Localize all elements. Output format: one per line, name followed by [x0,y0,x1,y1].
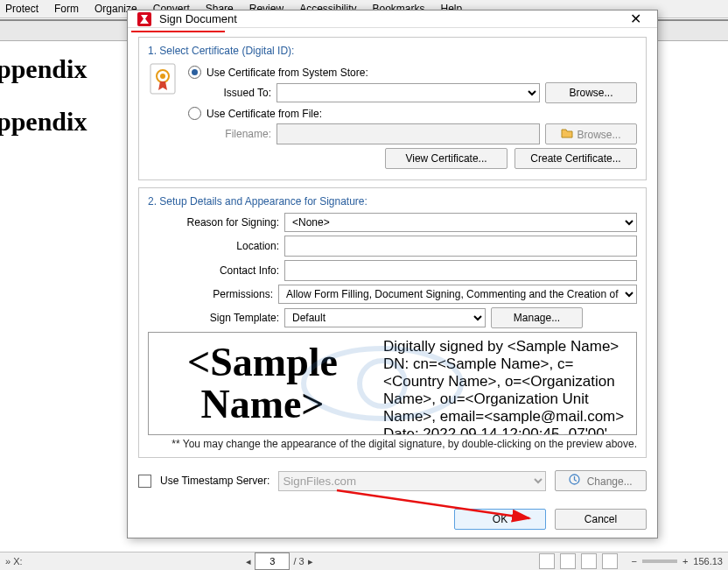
section-details-heading: 2. Setup Details and Appearance for Sign… [148,195,637,208]
layout-icon-3[interactable] [581,553,597,569]
status-bar: » X: ◂ / 3 ▸ − + 156.13 [0,552,728,570]
preview-sample-name: <Sample Name> [149,333,376,434]
radio-system-store[interactable] [188,66,201,79]
view-certificate-button[interactable]: View Certificate... [385,148,508,169]
radio-from-file-label: Use Certificate from File: [206,108,322,120]
certificate-icon [148,62,179,97]
contact-label: Contact Info: [148,264,279,277]
bg-text-1: ppendix [0,54,87,84]
bg-text-2: ppendix [0,107,87,137]
use-timestamp-checkbox[interactable] [138,475,151,488]
section-certificate: 1. Select Certificate (Digital ID): Use … [138,37,647,180]
use-timestamp-label: Use Timestamp Server: [160,475,270,487]
folder-icon [561,128,573,138]
filename-label: Filename: [188,128,271,140]
manage-button[interactable]: Manage... [491,307,583,328]
create-certificate-button[interactable]: Create Certificate... [514,148,637,169]
layout-icon-4[interactable] [602,553,618,569]
zoom-in-icon[interactable]: + [682,556,688,566]
app-root: Protect Form Organize Convert Share Revi… [0,0,728,570]
zoom-slider[interactable] [642,559,677,563]
menu-form[interactable]: Form [54,3,79,15]
sign-document-dialog: Sign Document ✕ 1. Select Certificate (D… [127,10,658,538]
filename-input [276,123,540,144]
page-prev-icon[interactable]: ◂ [246,556,251,567]
preview-date: Date: 2022.09.14 12:00:45 -07'00' [383,426,629,435]
change-timestamp-button: Change... [555,470,647,491]
dialog-body: 1. Select Certificate (Digital ID): Use … [128,28,657,538]
close-icon[interactable]: ✕ [623,11,648,27]
page-next-icon[interactable]: ▸ [308,556,313,567]
signature-preview[interactable]: <Sample Name> Digitally signed by <Sampl… [148,332,637,435]
menu-protect[interactable]: Protect [5,3,38,15]
preview-note: ** You may change the appearance of the … [148,438,637,450]
dialog-button-row: OK Cancel [138,509,647,530]
layout-icon-1[interactable] [539,553,555,569]
location-input[interactable] [284,236,637,257]
template-select[interactable]: Default [284,308,486,327]
app-icon [136,11,152,27]
location-label: Location: [148,240,279,252]
reason-select[interactable]: <None> [284,213,637,232]
radio-system-store-label: Use Certificate from System Store: [206,67,368,79]
clock-icon [569,475,583,488]
page-current-input[interactable] [255,552,290,570]
template-label: Sign Template: [148,312,279,324]
browse-system-button[interactable]: Browse... [545,82,637,103]
dialog-titlebar: Sign Document ✕ [128,11,657,28]
preview-dn: DN: cn=<Sample Name>, c=<Country Name>, … [383,355,629,426]
cancel-button[interactable]: Cancel [555,509,647,530]
timestamp-server-select: SignFiles.com [278,471,546,491]
section-certificate-heading: 1. Select Certificate (Digital ID): [148,45,637,57]
section-details: 2. Setup Details and Appearance for Sign… [138,187,647,458]
status-xy: » X: [5,556,23,566]
annotation-underline [131,31,225,32]
dialog-title: Sign Document [159,12,623,25]
layout-icon-2[interactable] [560,553,576,569]
preview-details: Digitally signed by <Sample Name> DN: cn… [376,333,636,434]
browse-file-button: Browse... [545,123,637,144]
zoom-out-icon[interactable]: − [631,556,636,566]
permissions-label: Permissions: [148,288,273,300]
timestamp-row: Use Timestamp Server: SignFiles.com Chan… [138,470,647,491]
contact-input[interactable] [284,260,637,281]
reason-label: Reason for Signing: [148,216,279,229]
issued-to-label: Issued To: [188,87,271,99]
page-indicator: ◂ / 3 ▸ [246,552,312,570]
zoom-value: 156.13 [693,556,723,566]
page-total: / 3 [293,556,304,566]
ok-button[interactable]: OK [454,509,546,530]
preview-signed-by: Digitally signed by <Sample Name> [383,338,629,355]
permissions-select[interactable]: Allow Form Filling, Document Signing, Co… [278,285,637,304]
svg-point-3 [160,74,165,79]
issued-to-select[interactable] [276,83,540,102]
radio-from-file[interactable] [188,107,201,120]
